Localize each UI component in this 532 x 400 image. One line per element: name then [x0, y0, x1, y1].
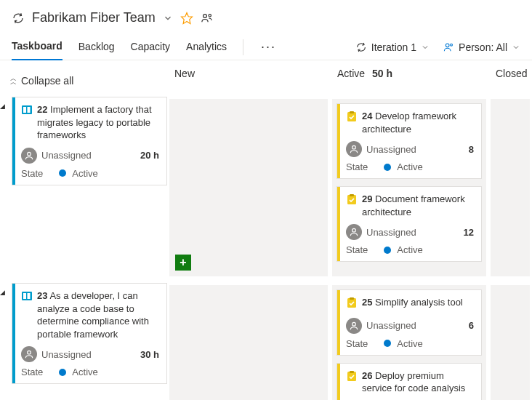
- task-card[interactable]: 25 Simplify analysis tool Unassigned 6 S…: [336, 289, 482, 356]
- card-hours: 8: [469, 144, 474, 155]
- task-icon: [346, 111, 358, 135]
- assignee-label[interactable]: Unassigned: [41, 150, 92, 161]
- cell-new[interactable]: +: [169, 99, 328, 276]
- column-header-new[interactable]: New: [167, 68, 330, 91]
- state-field-label: State: [21, 367, 43, 377]
- unassigned-avatar-icon: [346, 318, 362, 334]
- work-item-title: Document framework architecture: [362, 193, 465, 217]
- iteration-picker[interactable]: Iteration 1: [355, 41, 430, 53]
- svg-point-18: [28, 351, 31, 355]
- state-value[interactable]: Active: [72, 367, 97, 377]
- state-field-label: State: [21, 168, 43, 179]
- state-dot-icon: [384, 340, 391, 347]
- column-headers-row: ︿︿ Collapse all New Active 50 h Closed: [0, 60, 532, 97]
- task-card[interactable]: 26 Deploy premium service for code analy…: [336, 363, 482, 400]
- cell-closed[interactable]: [491, 285, 530, 400]
- iteration-label: Iteration 1: [371, 41, 416, 53]
- state-value[interactable]: Active: [397, 338, 422, 349]
- tab-analytics[interactable]: Analytics: [186, 35, 227, 60]
- cell-new[interactable]: [169, 285, 328, 400]
- state-dot-icon: [59, 369, 66, 376]
- column-header-closed[interactable]: Closed: [488, 68, 528, 91]
- card-hours: 6: [469, 320, 474, 331]
- board-row: ◢ 23 As a developer, I can analyze a cod…: [0, 283, 532, 400]
- svg-point-4: [451, 44, 453, 46]
- column-active-hours: 50 h: [372, 68, 392, 79]
- task-icon: [346, 370, 358, 395]
- cell-active[interactable]: 25 Simplify analysis tool Unassigned 6 S…: [332, 285, 486, 400]
- column-header-active[interactable]: Active 50 h: [330, 68, 488, 91]
- svg-rect-16: [23, 293, 26, 299]
- person-filter[interactable]: Person: All: [443, 41, 520, 53]
- cell-active[interactable]: 24 Develop framework architecture Unassi…: [332, 99, 486, 276]
- svg-rect-20: [350, 297, 354, 300]
- team-name[interactable]: Fabrikam Fiber Team: [32, 10, 156, 25]
- work-item-title: Develop framework architecture: [362, 111, 456, 135]
- svg-point-2: [209, 14, 211, 16]
- work-item-id: 25: [362, 297, 372, 308]
- chevron-down-icon: [421, 43, 430, 52]
- state-value[interactable]: Active: [397, 161, 422, 172]
- unassigned-avatar-icon: [346, 141, 362, 157]
- assignee-label[interactable]: Unassigned: [41, 349, 92, 360]
- work-item-title: Implement a factory that migrates legacy…: [37, 104, 152, 140]
- more-menu-icon[interactable]: ···: [259, 39, 278, 55]
- recycle-icon: [355, 41, 367, 53]
- assignee-label[interactable]: Unassigned: [366, 320, 416, 331]
- svg-point-3: [446, 44, 449, 47]
- recycle-icon: [12, 12, 25, 25]
- state-value[interactable]: Active: [72, 168, 97, 179]
- collapse-all-button[interactable]: ︿︿ Collapse all: [0, 68, 167, 91]
- assignee-label[interactable]: Unassigned: [366, 144, 416, 155]
- state-field-label: State: [346, 161, 368, 172]
- collapse-icon: ︿︿: [10, 77, 17, 84]
- tab-capacity[interactable]: Capacity: [131, 35, 170, 60]
- tab-separator: [243, 39, 243, 55]
- tab-taskboard[interactable]: Taskboard: [12, 34, 63, 60]
- chevron-down-icon[interactable]: [163, 13, 173, 23]
- taskboard: ︿︿ Collapse all New Active 50 h Closed ◢: [0, 60, 532, 388]
- page-header: Fabrikam Fiber Team: [0, 0, 532, 34]
- tab-backlog[interactable]: Backlog: [78, 35, 115, 60]
- unassigned-avatar-icon: [346, 224, 362, 240]
- backlog-card[interactable]: 23 As a developer, I can analyze a code …: [12, 283, 167, 384]
- svg-point-14: [352, 229, 356, 233]
- unassigned-avatar-icon: [21, 148, 37, 164]
- assignee-label[interactable]: Unassigned: [366, 227, 416, 238]
- row-collapse-caret[interactable]: ◢: [0, 283, 7, 391]
- task-card[interactable]: 29 Document framework architecture Unass…: [336, 186, 482, 262]
- svg-rect-17: [28, 293, 31, 299]
- person-icon: [443, 41, 454, 53]
- work-item-id: 23: [37, 290, 47, 301]
- svg-point-21: [352, 322, 356, 326]
- person-filter-label: Person: All: [459, 41, 507, 53]
- work-item-title: Simplify analysis tool: [375, 297, 463, 308]
- task-icon: [346, 297, 358, 312]
- view-tabs: Taskboard Backlog Capacity Analytics ···…: [0, 34, 532, 60]
- svg-rect-13: [350, 194, 354, 196]
- state-dot-icon: [59, 169, 66, 177]
- add-task-button[interactable]: +: [175, 255, 191, 271]
- unassigned-avatar-icon: [21, 346, 37, 362]
- task-card[interactable]: 24 Develop framework architecture Unassi…: [336, 103, 482, 179]
- backlog-card[interactable]: 22 Implement a factory that migrates leg…: [12, 97, 167, 185]
- row-backlog-cell: ◢ 22 Implement a factory that migrates l…: [0, 97, 167, 279]
- svg-marker-0: [181, 12, 192, 23]
- task-icon: [346, 193, 358, 218]
- card-hours: 20 h: [140, 150, 159, 161]
- work-item-id: 24: [362, 111, 372, 121]
- svg-rect-6: [23, 107, 26, 113]
- pbi-icon: [21, 104, 33, 142]
- state-field-label: State: [346, 244, 368, 255]
- svg-point-8: [28, 152, 31, 156]
- row-collapse-caret[interactable]: ◢: [0, 97, 7, 193]
- star-icon[interactable]: [180, 12, 193, 25]
- state-value[interactable]: Active: [397, 244, 422, 255]
- row-backlog-cell: ◢ 23 As a developer, I can analyze a cod…: [0, 283, 167, 400]
- team-members-icon[interactable]: [201, 12, 214, 25]
- cell-closed[interactable]: [491, 99, 530, 276]
- svg-point-11: [352, 145, 356, 149]
- board-row: ◢ 22 Implement a factory that migrates l…: [0, 97, 532, 279]
- svg-rect-23: [350, 371, 354, 373]
- collapse-all-label: Collapse all: [21, 75, 73, 87]
